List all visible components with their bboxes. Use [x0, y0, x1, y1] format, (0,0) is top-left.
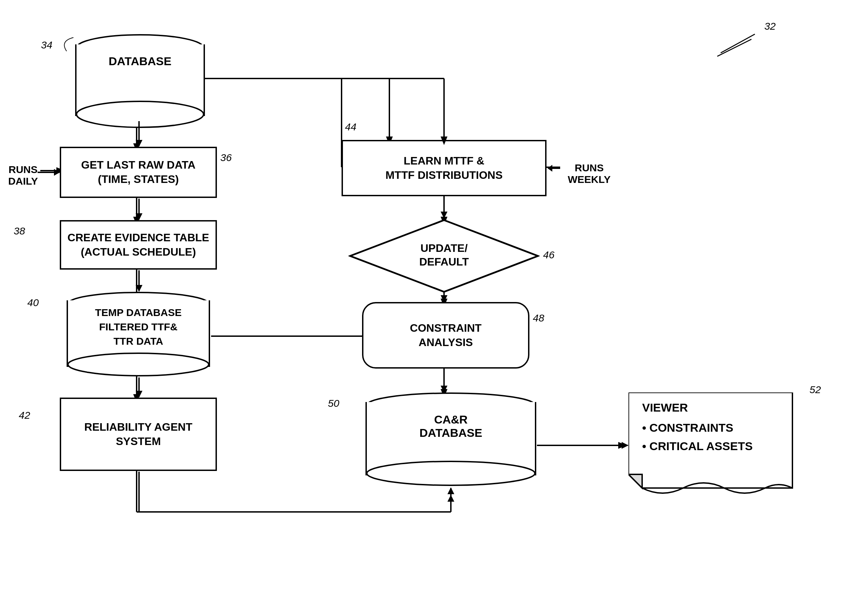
svg-marker-72	[447, 487, 454, 494]
viewer-constraints: • CONSTRAINTS	[642, 421, 793, 434]
svg-marker-52	[547, 165, 552, 172]
ref-46: 46	[543, 249, 554, 261]
svg-point-38	[367, 461, 535, 485]
car-database-label: CA&RDATABASE	[365, 413, 536, 440]
update-default-diamond: UPDATE/ DEFAULT	[348, 219, 540, 293]
learn-mttf-box: LEARN MTTF &MTTF DISTRIBUTIONS	[341, 140, 547, 196]
svg-marker-56	[135, 213, 143, 220]
ref-48: 48	[533, 312, 544, 324]
svg-marker-64	[441, 295, 447, 302]
svg-point-33	[68, 353, 209, 376]
ref-36: 36	[220, 152, 232, 163]
svg-marker-23	[618, 442, 627, 449]
svg-marker-60	[135, 391, 143, 397]
svg-line-0	[717, 39, 751, 56]
create-evidence-box: CREATE EVIDENCE TABLE(ACTUAL SCHEDULE)	[60, 220, 217, 270]
flowchart-diagram: 32 DATABASE 34 GET LAST RAW DATA(TIME, S…	[0, 0, 844, 616]
temp-database-label: TEMP DATABASEFILTERED TTF&TTR DATA	[67, 305, 210, 348]
svg-marker-68	[622, 442, 628, 449]
runs-daily-label: RUNSDAILY	[7, 164, 39, 187]
viewer-box-container: VIEWER • CONSTRAINTS • CRITICAL ASSETS	[628, 393, 806, 505]
ref-40: 40	[27, 297, 38, 308]
ref-32: 32	[765, 21, 776, 32]
svg-text:UPDATE/: UPDATE/	[421, 242, 468, 254]
svg-marker-54	[135, 140, 143, 147]
svg-marker-50	[54, 169, 60, 176]
svg-marker-62	[441, 211, 447, 219]
ref-52: 52	[810, 384, 821, 396]
database-label: DATABASE	[75, 54, 205, 68]
svg-point-31	[76, 101, 204, 127]
ref-42: 42	[19, 409, 30, 421]
viewer-critical-assets: • CRITICAL ASSETS	[642, 440, 793, 453]
svg-marker-40	[628, 474, 642, 488]
svg-marker-12	[447, 495, 454, 502]
svg-marker-66	[441, 386, 447, 393]
viewer-title: VIEWER	[642, 401, 793, 414]
ref-38: 38	[14, 225, 25, 237]
get-last-raw-box: GET LAST RAW DATA(TIME, STATES)	[60, 147, 217, 198]
svg-marker-58	[135, 285, 143, 292]
svg-line-73	[721, 34, 755, 53]
constraint-analysis-box: CONSTRAINTANALYSIS	[362, 302, 529, 368]
reliability-agent-box: RELIABILITY AGENTSYSTEM	[60, 397, 217, 471]
runs-weekly-label: RUNSWEEKLY	[563, 162, 615, 185]
svg-text:DEFAULT: DEFAULT	[419, 256, 469, 268]
ref-50: 50	[328, 397, 339, 409]
ref-44: 44	[345, 121, 356, 133]
